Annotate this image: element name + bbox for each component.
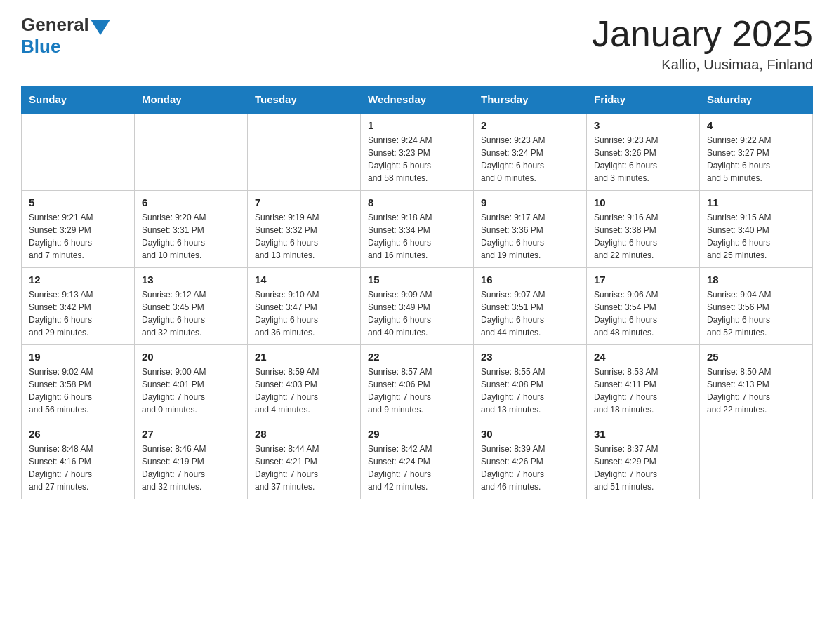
- calendar-header-monday: Monday: [135, 86, 248, 114]
- calendar-cell: 14Sunrise: 9:10 AMSunset: 3:47 PMDayligh…: [248, 268, 361, 345]
- day-number: 11: [707, 196, 805, 208]
- day-number: 27: [142, 428, 240, 440]
- calendar-cell: 10Sunrise: 9:16 AMSunset: 3:38 PMDayligh…: [587, 191, 700, 268]
- calendar-cell: [22, 113, 135, 191]
- calendar-cell: 27Sunrise: 8:46 AMSunset: 4:19 PMDayligh…: [135, 422, 248, 499]
- calendar-cell: 19Sunrise: 9:02 AMSunset: 3:58 PMDayligh…: [22, 345, 135, 422]
- day-number: 28: [255, 428, 353, 440]
- day-number: 15: [368, 274, 466, 286]
- calendar-cell: [700, 422, 813, 499]
- day-number: 8: [368, 196, 466, 208]
- day-info: Sunrise: 9:21 AMSunset: 3:29 PMDaylight:…: [29, 211, 127, 262]
- day-info: Sunrise: 8:37 AMSunset: 4:29 PMDaylight:…: [594, 443, 692, 493]
- calendar-cell: 15Sunrise: 9:09 AMSunset: 3:49 PMDayligh…: [361, 268, 474, 345]
- day-info: Sunrise: 9:23 AMSunset: 3:26 PMDaylight:…: [594, 134, 692, 185]
- day-number: 29: [368, 428, 466, 440]
- day-number: 1: [368, 119, 466, 131]
- title-block: January 2025 Kallio, Uusimaa, Finland: [592, 14, 813, 73]
- calendar-cell: 21Sunrise: 8:59 AMSunset: 4:03 PMDayligh…: [248, 345, 361, 422]
- day-number: 4: [707, 119, 805, 131]
- calendar-cell: 30Sunrise: 8:39 AMSunset: 4:26 PMDayligh…: [474, 422, 587, 499]
- day-info: Sunrise: 8:46 AMSunset: 4:19 PMDaylight:…: [142, 443, 240, 493]
- calendar-header-tuesday: Tuesday: [248, 86, 361, 114]
- day-info: Sunrise: 8:59 AMSunset: 4:03 PMDaylight:…: [255, 365, 353, 416]
- day-info: Sunrise: 9:22 AMSunset: 3:27 PMDaylight:…: [707, 134, 805, 185]
- calendar-week-1: 1Sunrise: 9:24 AMSunset: 3:23 PMDaylight…: [22, 113, 813, 191]
- day-number: 13: [142, 274, 240, 286]
- day-info: Sunrise: 9:00 AMSunset: 4:01 PMDaylight:…: [142, 365, 240, 416]
- calendar-header-saturday: Saturday: [700, 86, 813, 114]
- day-info: Sunrise: 8:39 AMSunset: 4:26 PMDaylight:…: [481, 443, 579, 493]
- day-number: 20: [142, 351, 240, 363]
- logo: General Blue: [21, 14, 110, 58]
- day-number: 3: [594, 119, 692, 131]
- calendar-header-sunday: Sunday: [22, 86, 135, 114]
- calendar-cell: 22Sunrise: 8:57 AMSunset: 4:06 PMDayligh…: [361, 345, 474, 422]
- calendar-cell: 26Sunrise: 8:48 AMSunset: 4:16 PMDayligh…: [22, 422, 135, 499]
- day-number: 12: [29, 274, 127, 286]
- day-info: Sunrise: 9:09 AMSunset: 3:49 PMDaylight:…: [368, 288, 466, 339]
- logo-general-text: General: [21, 14, 89, 36]
- day-number: 16: [481, 274, 579, 286]
- calendar-header-friday: Friday: [587, 86, 700, 114]
- calendar-week-3: 12Sunrise: 9:13 AMSunset: 3:42 PMDayligh…: [22, 268, 813, 345]
- calendar-header-wednesday: Wednesday: [361, 86, 474, 114]
- day-number: 10: [594, 196, 692, 208]
- day-number: 9: [481, 196, 579, 208]
- day-number: 25: [707, 351, 805, 363]
- calendar-cell: 16Sunrise: 9:07 AMSunset: 3:51 PMDayligh…: [474, 268, 587, 345]
- day-info: Sunrise: 9:20 AMSunset: 3:31 PMDaylight:…: [142, 211, 240, 262]
- day-number: 31: [594, 428, 692, 440]
- day-info: Sunrise: 9:07 AMSunset: 3:51 PMDaylight:…: [481, 288, 579, 339]
- logo-triangle-icon: [91, 20, 110, 35]
- day-number: 17: [594, 274, 692, 286]
- calendar-cell: 5Sunrise: 9:21 AMSunset: 3:29 PMDaylight…: [22, 191, 135, 268]
- calendar-cell: 1Sunrise: 9:24 AMSunset: 3:23 PMDaylight…: [361, 113, 474, 191]
- day-info: Sunrise: 8:53 AMSunset: 4:11 PMDaylight:…: [594, 365, 692, 416]
- calendar-cell: 28Sunrise: 8:44 AMSunset: 4:21 PMDayligh…: [248, 422, 361, 499]
- calendar-week-5: 26Sunrise: 8:48 AMSunset: 4:16 PMDayligh…: [22, 422, 813, 499]
- logo-blue-text: Blue: [21, 36, 60, 58]
- day-info: Sunrise: 9:10 AMSunset: 3:47 PMDaylight:…: [255, 288, 353, 339]
- calendar-cell: 6Sunrise: 9:20 AMSunset: 3:31 PMDaylight…: [135, 191, 248, 268]
- calendar-week-4: 19Sunrise: 9:02 AMSunset: 3:58 PMDayligh…: [22, 345, 813, 422]
- calendar-cell: 29Sunrise: 8:42 AMSunset: 4:24 PMDayligh…: [361, 422, 474, 499]
- calendar-week-2: 5Sunrise: 9:21 AMSunset: 3:29 PMDaylight…: [22, 191, 813, 268]
- day-number: 5: [29, 196, 127, 208]
- calendar-cell: 2Sunrise: 9:23 AMSunset: 3:24 PMDaylight…: [474, 113, 587, 191]
- day-info: Sunrise: 9:13 AMSunset: 3:42 PMDaylight:…: [29, 288, 127, 339]
- day-info: Sunrise: 9:19 AMSunset: 3:32 PMDaylight:…: [255, 211, 353, 262]
- calendar-cell: 13Sunrise: 9:12 AMSunset: 3:45 PMDayligh…: [135, 268, 248, 345]
- day-info: Sunrise: 9:02 AMSunset: 3:58 PMDaylight:…: [29, 365, 127, 416]
- day-info: Sunrise: 8:42 AMSunset: 4:24 PMDaylight:…: [368, 443, 466, 493]
- calendar-cell: 24Sunrise: 8:53 AMSunset: 4:11 PMDayligh…: [587, 345, 700, 422]
- page-header: General Blue January 2025 Kallio, Uusima…: [21, 14, 813, 73]
- day-info: Sunrise: 9:16 AMSunset: 3:38 PMDaylight:…: [594, 211, 692, 262]
- calendar-cell: 23Sunrise: 8:55 AMSunset: 4:08 PMDayligh…: [474, 345, 587, 422]
- day-number: 21: [255, 351, 353, 363]
- day-number: 24: [594, 351, 692, 363]
- day-info: Sunrise: 9:23 AMSunset: 3:24 PMDaylight:…: [481, 134, 579, 185]
- calendar-cell: 3Sunrise: 9:23 AMSunset: 3:26 PMDaylight…: [587, 113, 700, 191]
- day-info: Sunrise: 8:50 AMSunset: 4:13 PMDaylight:…: [707, 365, 805, 416]
- day-number: 14: [255, 274, 353, 286]
- calendar-cell: 12Sunrise: 9:13 AMSunset: 3:42 PMDayligh…: [22, 268, 135, 345]
- calendar-cell: 11Sunrise: 9:15 AMSunset: 3:40 PMDayligh…: [700, 191, 813, 268]
- day-info: Sunrise: 9:17 AMSunset: 3:36 PMDaylight:…: [481, 211, 579, 262]
- calendar-header-row: SundayMondayTuesdayWednesdayThursdayFrid…: [22, 86, 813, 114]
- day-info: Sunrise: 8:48 AMSunset: 4:16 PMDaylight:…: [29, 443, 127, 493]
- day-info: Sunrise: 9:12 AMSunset: 3:45 PMDaylight:…: [142, 288, 240, 339]
- day-info: Sunrise: 8:44 AMSunset: 4:21 PMDaylight:…: [255, 443, 353, 493]
- calendar-cell: [135, 113, 248, 191]
- day-number: 19: [29, 351, 127, 363]
- calendar-cell: 9Sunrise: 9:17 AMSunset: 3:36 PMDaylight…: [474, 191, 587, 268]
- calendar-cell: 4Sunrise: 9:22 AMSunset: 3:27 PMDaylight…: [700, 113, 813, 191]
- day-number: 23: [481, 351, 579, 363]
- day-number: 6: [142, 196, 240, 208]
- day-number: 22: [368, 351, 466, 363]
- calendar-header-thursday: Thursday: [474, 86, 587, 114]
- calendar-cell: 7Sunrise: 9:19 AMSunset: 3:32 PMDaylight…: [248, 191, 361, 268]
- day-info: Sunrise: 9:24 AMSunset: 3:23 PMDaylight:…: [368, 134, 466, 185]
- day-number: 26: [29, 428, 127, 440]
- day-number: 18: [707, 274, 805, 286]
